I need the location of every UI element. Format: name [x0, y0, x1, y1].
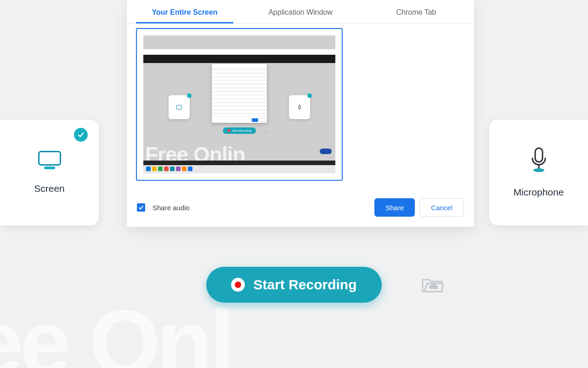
tab-entire-screen[interactable]: Your Entire Screen [127, 0, 243, 23]
screen-thumbnail: Start Recording Free Onlin [143, 35, 335, 173]
tab-chrome-tab[interactable]: Chrome Tab [358, 0, 474, 23]
source-card-screen[interactable]: Screen [0, 120, 99, 225]
share-audio-checkbox[interactable] [137, 203, 145, 212]
source-label-microphone: Microphone [514, 187, 564, 198]
screen-previews: Start Recording Free Onlin [127, 23, 474, 190]
recording-controls: Start Recording [0, 267, 588, 303]
share-audio-label: Share audio [153, 204, 190, 212]
inner-folder-icon [264, 128, 269, 132]
svg-point-2 [533, 168, 544, 172]
svg-rect-0 [535, 148, 543, 162]
start-recording-button[interactable]: Start Recording [206, 267, 381, 303]
source-label-screen: Screen [34, 183, 65, 194]
tab-application-window[interactable]: Application Window [243, 0, 358, 23]
microphone-icon [531, 147, 547, 173]
cancel-button[interactable]: Cancel [419, 198, 464, 217]
share-contents-dialog: Your Entire Screen Application Window Ch… [126, 0, 475, 227]
monitor-icon [38, 151, 61, 169]
share-button[interactable]: Share [374, 198, 415, 217]
dialog-footer: Share audio Share Cancel [127, 190, 474, 227]
inner-start-recording-pill: Start Recording [223, 127, 256, 134]
start-recording-label: Start Recording [253, 277, 356, 293]
selected-check-icon [74, 128, 88, 142]
share-audio-option[interactable]: Share audio [137, 203, 374, 212]
share-tabs: Your Entire Screen Application Window Ch… [127, 0, 474, 23]
open-folder-icon[interactable] [421, 275, 444, 294]
source-card-microphone[interactable]: Microphone [489, 120, 588, 225]
screen-preview-item[interactable]: Start Recording Free Onlin [136, 28, 343, 181]
record-icon [231, 278, 245, 292]
